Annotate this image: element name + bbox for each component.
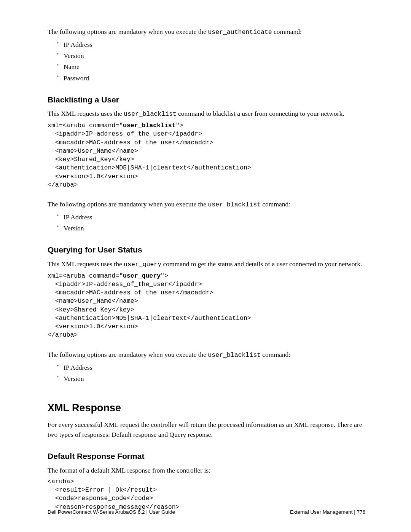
s2-mand-before: The following options are mandatory when…: [48, 351, 208, 358]
s2-code-p1: xml=<aruba command=": [48, 272, 123, 280]
footer-right: External User Management | 776: [290, 508, 365, 516]
section4-paragraph: The format of a default XML response fro…: [48, 465, 365, 475]
list-item: Version: [57, 51, 365, 61]
section1-list: IP Address Version: [48, 212, 365, 233]
s2-code-bold: user_query: [123, 272, 161, 280]
page: The following options are mandatory when…: [0, 0, 411, 532]
s1-para-before: This XML requests uses the: [48, 110, 124, 117]
list-item: Password: [57, 73, 365, 83]
footer-page-number: 776: [357, 509, 365, 515]
footer-doc-type: User Guide: [149, 509, 175, 515]
intro-paragraph: The following options are mandatory when…: [48, 27, 365, 37]
heading-querying: Querying for User Status: [48, 244, 365, 256]
section3-paragraph: For every successful XML request the con…: [48, 420, 365, 440]
list-item: Name: [57, 62, 365, 72]
s2-mand-code: user_blacklist: [208, 351, 261, 359]
list-item: IP Address: [57, 212, 365, 222]
section2-list: IP Address Version: [48, 363, 365, 384]
list-item: IP Address: [57, 40, 365, 50]
section1-mandatory: The following options are mandatory when…: [48, 199, 365, 210]
list-item: IP Address: [57, 363, 365, 372]
s2-para-code: user_query: [124, 261, 161, 268]
s1-code-p2: "> <ipaddr>IP-address_of_the_user</ipadd…: [48, 122, 251, 189]
intro-list: IP Address Version Name Password: [48, 40, 365, 83]
section2-mandatory: The following options are mandatory when…: [48, 350, 365, 360]
s2-mand-after: command:: [261, 351, 290, 358]
heading-xml-response: XML Response: [48, 400, 365, 416]
s1-mand-code: user_blacklist: [208, 201, 261, 208]
section2-code-block: xml=<aruba command="user_query"> <ipaddr…: [48, 272, 365, 340]
intro-text-before: The following options are mandatory when…: [48, 28, 208, 35]
section4-code-block: <aruba> <result>Error | Ok</result> <cod…: [48, 478, 365, 511]
s1-code-bold: user_blacklist: [123, 122, 176, 129]
section1-paragraph: This XML requests uses the user_blacklis…: [48, 109, 365, 119]
s2-code-p2: "> <ipaddr>IP-address_of_the_user</ipadd…: [48, 272, 251, 339]
s1-mand-before: The following options are mandatory when…: [48, 200, 208, 208]
s1-para-code: user_blacklist: [124, 110, 177, 118]
footer-sep: |: [146, 509, 149, 515]
s1-code-p1: xml=<aruba command=": [48, 122, 123, 129]
footer-section: External User Management: [290, 509, 352, 515]
section2-paragraph: This XML requests uses the user_query co…: [48, 259, 365, 270]
heading-blacklisting: Blacklisting a User: [48, 94, 365, 106]
heading-default-response: Default Response Format: [48, 450, 365, 462]
s2-para-before: This XML requests uses the: [48, 260, 124, 268]
list-item: Version: [57, 223, 365, 233]
s1-mand-after: command:: [261, 200, 290, 208]
footer-product: Dell PowerConnect W-Series ArubaOS 6.2: [48, 509, 145, 515]
intro-text-after: command:: [272, 28, 302, 35]
s1-para-after: command to blacklist a user from connect…: [177, 110, 344, 117]
page-footer: Dell PowerConnect W-Series ArubaOS 6.2 |…: [48, 508, 365, 516]
list-item: Version: [57, 374, 365, 383]
section1-code-block: xml=<aruba command="user_blacklist"> <ip…: [48, 121, 365, 189]
intro-code: user_authenticate: [208, 29, 272, 36]
footer-left: Dell PowerConnect W-Series ArubaOS 6.2 |…: [48, 508, 175, 516]
s2-para-after: command to get the status and details of…: [161, 260, 362, 268]
